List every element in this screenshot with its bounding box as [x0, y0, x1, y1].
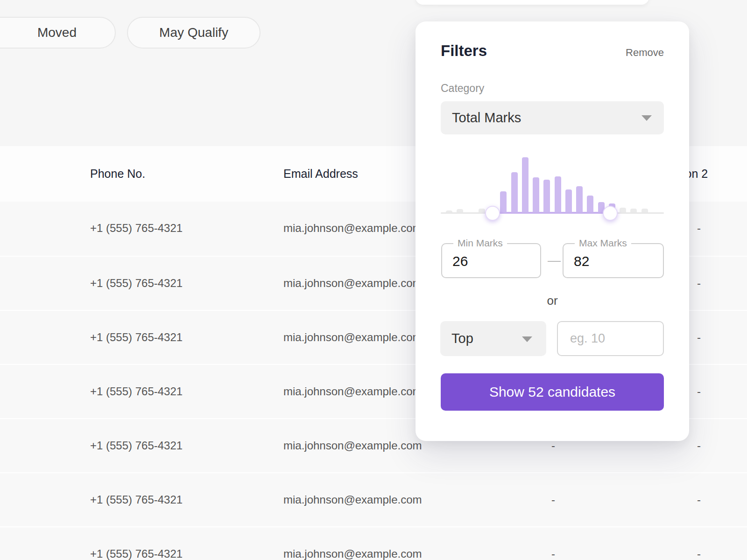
section2-cell: - — [690, 257, 708, 310]
histogram-bar — [479, 209, 485, 212]
column-header-phone: Phone No. — [90, 146, 145, 202]
section1-cell: - — [544, 527, 563, 560]
category-label: Category — [441, 82, 484, 95]
marks-histogram — [441, 155, 664, 214]
email-cell: mia.johnson@example.com — [283, 473, 422, 526]
section2-cell: - — [690, 473, 708, 526]
email-cell: mia.johnson@example.com — [283, 202, 422, 255]
toolbar-remnant — [416, 0, 649, 5]
section2-cell: - — [690, 202, 708, 255]
phone-cell: +1 (555) 765-4321 — [90, 311, 183, 364]
histogram-bar — [446, 210, 452, 212]
min-marks-value: 26 — [452, 253, 468, 269]
histogram-bar — [543, 180, 550, 212]
remove-filters-link[interactable]: Remove — [626, 47, 664, 59]
histogram-bar — [620, 208, 626, 212]
phone-cell: +1 (555) 765-4321 — [90, 365, 183, 418]
histogram-bar — [630, 209, 637, 212]
email-cell: mia.johnson@example.com — [283, 527, 422, 560]
or-label: or — [416, 294, 689, 308]
table-row[interactable]: +1 (555) 765-4321mia.johnson@example.com… — [0, 472, 747, 526]
histogram-bar — [511, 172, 518, 212]
histogram-bar — [457, 209, 463, 212]
phone-cell: +1 (555) 765-4321 — [90, 419, 183, 472]
top-count-input[interactable]: eg. 10 — [557, 321, 664, 356]
table-row[interactable]: +1 (555) 765-4321mia.johnson@example.com… — [0, 526, 747, 560]
chevron-down-icon — [641, 115, 652, 121]
filters-panel: Filters Remove Category Total Marks Min … — [416, 21, 689, 441]
pill-moved-label: Moved — [37, 25, 77, 40]
min-marks-label: Min Marks — [453, 238, 507, 249]
filters-title: Filters — [441, 42, 487, 60]
section2-cell: - — [690, 365, 708, 418]
phone-cell: +1 (555) 765-4321 — [90, 527, 183, 560]
phone-cell: +1 (555) 765-4321 — [90, 473, 183, 526]
category-select[interactable]: Total Marks — [441, 101, 664, 134]
category-select-value: Total Marks — [452, 110, 521, 126]
pill-may-qualify-label: May Qualify — [159, 25, 228, 40]
slider-max-handle[interactable] — [603, 206, 618, 221]
histogram-bar — [533, 177, 539, 212]
phone-cell: +1 (555) 765-4321 — [90, 202, 183, 255]
email-cell: mia.johnson@example.com — [283, 419, 422, 472]
slider-min-handle[interactable] — [485, 206, 500, 221]
histogram-bar — [641, 209, 648, 212]
section1-cell: - — [544, 473, 563, 526]
email-cell: mia.johnson@example.com — [283, 365, 422, 418]
phone-cell: +1 (555) 765-4321 — [90, 257, 183, 310]
min-marks-field[interactable]: Min Marks 26 — [441, 243, 541, 278]
chevron-down-icon — [522, 336, 532, 342]
histogram-bar — [555, 176, 561, 212]
section2-cell: - — [690, 419, 708, 472]
top-select[interactable]: Top — [440, 321, 546, 356]
email-cell: mia.johnson@example.com — [283, 311, 422, 364]
email-cell: mia.johnson@example.com — [283, 257, 422, 310]
pill-moved[interactable]: Moved — [0, 17, 116, 49]
histogram-bar — [522, 157, 529, 212]
histogram-bar — [500, 191, 507, 212]
range-separator: — — [545, 253, 564, 268]
max-marks-value: 82 — [574, 253, 589, 269]
show-candidates-button[interactable]: Show 52 candidates — [441, 373, 664, 411]
section2-cell: - — [690, 311, 708, 364]
max-marks-label: Max Marks — [575, 238, 631, 249]
top-select-value: Top — [451, 331, 473, 346]
pill-may-qualify[interactable]: May Qualify — [127, 17, 261, 49]
histogram-bar — [565, 189, 572, 212]
column-header-email: Email Address — [283, 146, 358, 202]
top-count-placeholder: eg. 10 — [570, 331, 605, 346]
section2-cell: - — [690, 527, 708, 560]
histogram-bar — [576, 186, 583, 212]
histogram-bar — [587, 196, 593, 212]
candidates-screen: Moved May Qualify Phone No. Email Addres… — [0, 0, 747, 560]
max-marks-field[interactable]: Max Marks 82 — [563, 243, 664, 278]
